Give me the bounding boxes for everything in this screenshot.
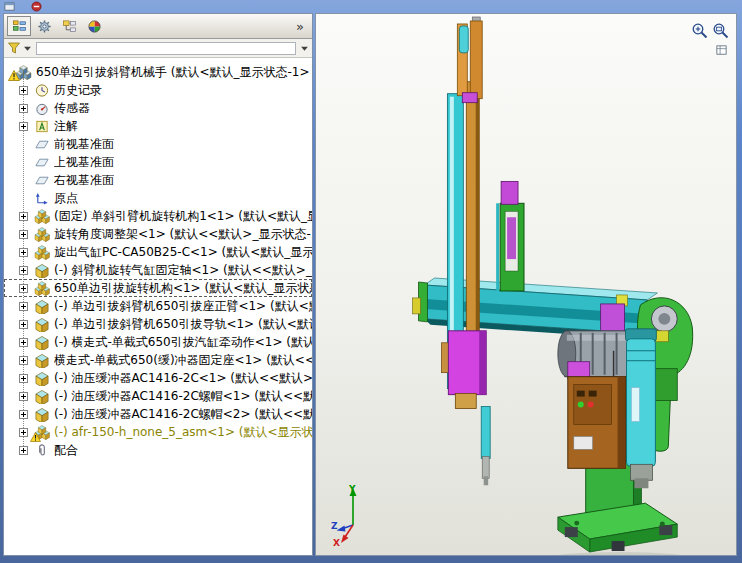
tree-item-label: 配合 bbox=[54, 442, 78, 459]
tree-item[interactable]: 历史记录 bbox=[4, 81, 312, 99]
part-icon bbox=[34, 407, 50, 422]
warning-icon bbox=[30, 432, 41, 442]
tree-item[interactable]: (-) 单边引拔斜臂机650引拔座正臂<1> (默认<默认 bbox=[4, 297, 312, 315]
axis-y-label: Y bbox=[348, 484, 356, 494]
orientation-triad: Y Z X bbox=[330, 483, 376, 547]
filter-funnel-icon[interactable] bbox=[7, 41, 21, 55]
tree-item-label: (-) 单边引拔斜臂机650引拔导轨<1> (默认<默认_ bbox=[54, 316, 312, 333]
tree-item[interactable]: 上视基准面 bbox=[4, 153, 312, 171]
tree-item[interactable]: 旋转角度调整架<1> (默认<<默认>_显示状态-1>) bbox=[4, 225, 312, 243]
tree-item-label: 历史记录 bbox=[54, 82, 102, 99]
expand-toggle-icon[interactable] bbox=[19, 86, 28, 95]
carriage[interactable] bbox=[441, 331, 486, 409]
axis-x-label: X bbox=[333, 538, 340, 547]
zoom-tools bbox=[690, 21, 731, 58]
part-icon bbox=[34, 317, 50, 332]
expand-toggle-icon[interactable] bbox=[19, 374, 28, 383]
tree-item-label: (-) 单边引拔斜臂机650引拔座正臂<1> (默认<默认 bbox=[54, 298, 312, 315]
tree-item-label: 横走式-单截式650(缓)冲器固定座<1> (默认<< bbox=[54, 352, 312, 369]
expand-toggle-icon[interactable] bbox=[19, 356, 28, 365]
assembly-icon bbox=[34, 209, 50, 224]
expand-toggle-icon[interactable] bbox=[19, 122, 28, 131]
tree-item-label: 旋转角度调整架<1> (默认<<默认>_显示状态-1>) bbox=[54, 226, 312, 243]
tree-item[interactable]: 前视基准面 bbox=[4, 135, 312, 153]
feature-manager-panel: » 650单边引拔斜臂机械手 (默认<默认_显示状态-1> 历史记录传感器注解前… bbox=[3, 13, 313, 556]
tree-item-label: (-) 横走式-单截式650引拔汽缸牵动作<1> (默认< bbox=[54, 334, 312, 351]
tree-item[interactable]: 横走式-单截式650(缓)冲器固定座<1> (默认<< bbox=[4, 351, 312, 369]
part-icon bbox=[34, 353, 50, 368]
panel-tabs: » bbox=[4, 14, 312, 39]
part-icon bbox=[34, 389, 50, 404]
filter-input[interactable] bbox=[36, 42, 296, 55]
zoom-in-icon[interactable] bbox=[690, 21, 710, 41]
base-plate[interactable] bbox=[545, 503, 694, 555]
warning-icon bbox=[8, 70, 20, 81]
sensor-icon bbox=[34, 101, 50, 116]
assembly-icon bbox=[34, 281, 50, 296]
expand-toggle-icon[interactable] bbox=[19, 230, 28, 239]
doc-icon[interactable] bbox=[31, 1, 42, 12]
tree-item[interactable]: (-) 斜臂机旋转气缸固定轴<1> (默认<<默认>_显 bbox=[4, 261, 312, 279]
cad-model[interactable] bbox=[316, 14, 736, 555]
expand-toggle-icon[interactable] bbox=[19, 410, 28, 419]
tab-configurationmanager[interactable] bbox=[57, 16, 81, 36]
tree-item[interactable]: (-) 油压缓冲器AC1416-2C螺帽<1> (默认<<默认 bbox=[4, 387, 312, 405]
tree-item-label: 右视基准面 bbox=[54, 172, 114, 189]
origin-icon bbox=[34, 191, 50, 206]
filter-caret-icon[interactable] bbox=[23, 44, 32, 53]
tree-item-label: (-) 斜臂机旋转气缸固定轴<1> (默认<<默认>_显 bbox=[54, 262, 312, 279]
expand-toggle-icon[interactable] bbox=[19, 266, 28, 275]
plane-icon bbox=[34, 155, 50, 170]
zoom-window-icon[interactable] bbox=[711, 21, 731, 41]
tree-item-label: (-) afr-150-h_none_5_asm<1> (默认<显示状态 bbox=[54, 424, 312, 441]
tree-item-label: 上视基准面 bbox=[54, 154, 114, 171]
tree-item[interactable]: (-) 油压缓冲器AC1416-2C螺帽<2> (默认<<默认 bbox=[4, 405, 312, 423]
expand-toggle-icon[interactable] bbox=[19, 104, 28, 113]
tree-item[interactable]: (-) 单边引拔斜臂机650引拔导轨<1> (默认<默认_ bbox=[4, 315, 312, 333]
tree-item[interactable]: 传感器 bbox=[4, 99, 312, 117]
tree-item[interactable]: 注解 bbox=[4, 117, 312, 135]
annotation-icon bbox=[34, 119, 50, 134]
filter-dropdown-icon[interactable] bbox=[300, 44, 309, 53]
tree-item[interactable]: 原点 bbox=[4, 189, 312, 207]
part-icon bbox=[34, 299, 50, 314]
tree-root-item[interactable]: 650单边引拔斜臂机械手 (默认<默认_显示状态-1> bbox=[4, 63, 312, 81]
tree-item[interactable]: (固定) 单斜引臂机旋转机构1<1> (默认<默认_显示 bbox=[4, 207, 312, 225]
part-icon bbox=[34, 335, 50, 350]
tree-item-label: 650单边引拔旋转机构<1> (默认<默认_显示状态- bbox=[54, 280, 312, 297]
expand-toggle-icon[interactable] bbox=[19, 302, 28, 311]
tree-item[interactable]: 配合 bbox=[4, 441, 312, 459]
app-icon[interactable] bbox=[4, 1, 15, 12]
assembly-icon bbox=[34, 245, 50, 260]
tab-propertymanager[interactable] bbox=[32, 16, 56, 36]
vertical-frame[interactable] bbox=[496, 181, 524, 291]
expand-toggle-icon[interactable] bbox=[19, 446, 28, 455]
tree-item[interactable]: (-) 油压缓冲器AC1416-2C<1> (默认<<默认>_ bbox=[4, 369, 312, 387]
assembly-icon bbox=[34, 425, 50, 440]
expand-toggle-icon[interactable] bbox=[19, 338, 28, 347]
tree-item[interactable]: (-) afr-150-h_none_5_asm<1> (默认<显示状态 bbox=[4, 423, 312, 441]
expand-toggle-icon[interactable] bbox=[19, 392, 28, 401]
tab-featuremanager[interactable] bbox=[7, 16, 31, 36]
mates-icon bbox=[34, 443, 50, 458]
tree-item[interactable]: 650单边引拔旋转机构<1> (默认<默认_显示状态- bbox=[4, 279, 312, 297]
expand-toggle-icon[interactable] bbox=[19, 248, 28, 257]
air-cylinder[interactable] bbox=[626, 329, 657, 488]
tree-item[interactable]: (-) 横走式-单截式650引拔汽缸牵动作<1> (默认< bbox=[4, 333, 312, 351]
tab-displaymanager[interactable] bbox=[82, 16, 106, 36]
zoom-sheet-icon[interactable] bbox=[713, 42, 729, 58]
expand-toggle-icon[interactable] bbox=[19, 284, 28, 293]
tree-root-label: 650单边引拔斜臂机械手 (默认<默认_显示状态-1> bbox=[36, 64, 309, 81]
panel-overflow-chevron[interactable]: » bbox=[291, 19, 309, 34]
assembly-icon bbox=[34, 227, 50, 242]
expand-toggle-icon[interactable] bbox=[19, 320, 28, 329]
probe-rod[interactable] bbox=[481, 407, 490, 486]
expand-toggle-icon[interactable] bbox=[19, 212, 28, 221]
tree-item-label: (-) 油压缓冲器AC1416-2C螺帽<1> (默认<<默认 bbox=[54, 388, 312, 405]
plane-icon bbox=[34, 137, 50, 152]
tree-item[interactable]: 右视基准面 bbox=[4, 171, 312, 189]
expand-toggle-icon[interactable] bbox=[19, 428, 28, 437]
part-icon bbox=[34, 371, 50, 386]
graphics-viewport[interactable]: Y Z X bbox=[315, 13, 737, 556]
tree-item[interactable]: 旋出气缸PC-CA50B25-C<1> (默认<默认_显示状 bbox=[4, 243, 312, 261]
